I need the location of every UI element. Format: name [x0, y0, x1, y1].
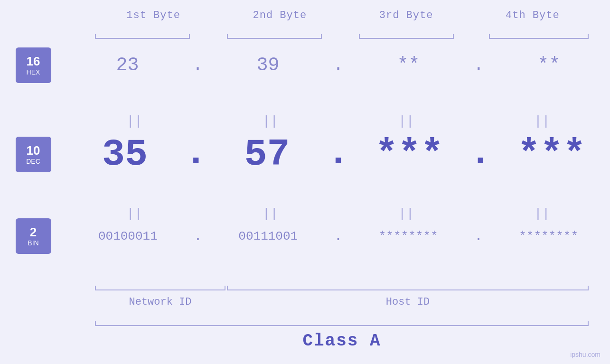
dec-row: 10 DEC 35 . 57 . *** . *** [0, 133, 610, 176]
dec-byte1: 35 [77, 133, 172, 176]
host-id-bracket [227, 289, 589, 290]
bin-dot3: . [474, 228, 483, 244]
eq1-b4: || [488, 114, 597, 129]
bracket-byte2 [227, 38, 322, 39]
main-container: 1st Byte 2nd Byte 3rd Byte 4th Byte 16 H… [0, 0, 610, 364]
eq1-b3: || [352, 114, 461, 129]
bin-values: 00100011 . 00111001 . ******** . *******… [66, 228, 610, 244]
dec-byte2: 57 [220, 133, 315, 176]
dec-dot1: . [185, 134, 207, 176]
byte1-header: 1st Byte [90, 9, 216, 21]
dec-byte3: *** [362, 133, 457, 176]
hex-base-label: HEX [27, 68, 40, 76]
equals-hex-dec: || || || || [66, 114, 610, 129]
dec-base-label: DEC [26, 158, 40, 165]
hex-values: 23 . 39 . ** . ** [66, 55, 610, 76]
eq1-b1: || [80, 114, 189, 129]
bin-base-label: BIN [28, 239, 38, 247]
bracket-byte4 [489, 38, 589, 39]
bin-dot2: . [334, 228, 342, 244]
watermark: ipshu.com [570, 351, 601, 358]
eq1-b2: || [216, 114, 325, 129]
hex-byte4: ** [501, 55, 596, 76]
network-id-label: Network ID [95, 296, 225, 308]
dec-base-num: 10 [27, 144, 40, 158]
dec-dot2: . [327, 134, 349, 176]
hex-dot3: . [474, 56, 484, 75]
hex-row: 16 HEX 23 . 39 . ** . ** [0, 47, 610, 83]
dec-byte4: *** [504, 133, 599, 176]
bin-byte1: 00100011 [80, 229, 175, 243]
class-bracket [95, 325, 589, 326]
byte-headers: 1st Byte 2nd Byte 3rd Byte 4th Byte [90, 9, 596, 21]
dec-values: 35 . 57 . *** . *** [66, 133, 610, 176]
byte2-header: 2nd Byte [216, 9, 343, 21]
bin-byte2: 00111001 [221, 229, 316, 243]
hex-badge: 16 HEX [16, 47, 51, 83]
hex-base-num: 16 [27, 55, 40, 68]
hex-byte2: 39 [221, 55, 316, 76]
class-label: Class A [95, 331, 589, 351]
bin-base-num: 2 [30, 225, 37, 239]
hex-badge-col: 16 HEX [0, 47, 66, 83]
bin-badge: 2 BIN [16, 218, 51, 254]
dec-badge-col: 10 DEC [0, 137, 66, 172]
host-id-label: Host ID [227, 296, 589, 308]
byte3-header: 3rd Byte [343, 9, 469, 21]
bin-badge-col: 2 BIN [0, 218, 66, 254]
bin-byte3: ******** [361, 229, 456, 243]
network-id-bracket [95, 289, 225, 290]
bin-byte4: ******** [501, 229, 596, 243]
hex-dot2: . [333, 56, 344, 75]
byte4-header: 4th Byte [469, 9, 596, 21]
bin-row: 2 BIN 00100011 . 00111001 . ******** . *… [0, 218, 610, 254]
dec-dot3: . [469, 134, 492, 176]
hex-byte3: ** [361, 55, 456, 76]
hex-byte1: 23 [80, 55, 175, 76]
bin-dot1: . [194, 228, 202, 244]
hex-dot1: . [193, 56, 203, 75]
bracket-byte1 [95, 38, 190, 39]
bracket-byte3 [359, 38, 454, 39]
dec-badge: 10 DEC [16, 137, 51, 172]
